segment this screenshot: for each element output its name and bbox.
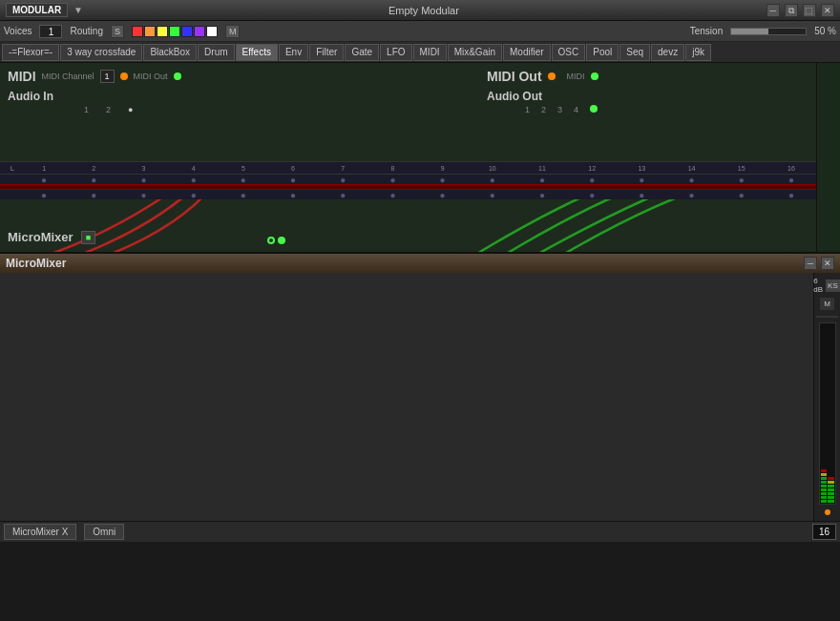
routing-label: Routing bbox=[70, 26, 102, 36]
tab-mixgain[interactable]: Mix&Gain bbox=[448, 44, 502, 61]
dot-bot-5: ● bbox=[219, 190, 268, 200]
midi-out-led bbox=[174, 72, 181, 80]
audio-in-2: 2 bbox=[106, 105, 111, 114]
channel-row: L 1 2 3 4 5 6 7 8 9 10 11 12 13 14 15 16 bbox=[0, 161, 816, 199]
ch-14: 14 bbox=[666, 165, 716, 172]
micromixer-patch-label: MicroMixer ■ bbox=[8, 230, 95, 244]
dot-bot-1: ● bbox=[19, 190, 69, 200]
m-button[interactable]: M bbox=[225, 25, 241, 38]
dot-bot-2: ● bbox=[69, 190, 118, 200]
dot-bot-7: ● bbox=[318, 190, 368, 200]
swatch-purple[interactable] bbox=[194, 26, 205, 37]
ch-15: 15 bbox=[717, 165, 766, 172]
micromixer-green-pill: ■ bbox=[81, 231, 95, 244]
master-clip-led bbox=[825, 509, 830, 515]
swatch-red[interactable] bbox=[132, 26, 143, 37]
swatch-orange[interactable] bbox=[144, 26, 156, 37]
swatch-green[interactable] bbox=[169, 26, 180, 37]
ch-13: 13 bbox=[617, 165, 666, 172]
voices-value: 1 bbox=[39, 25, 62, 38]
midi-out-label: MIDI Out bbox=[134, 72, 168, 81]
vu-seg bbox=[821, 477, 828, 480]
tab-pool[interactable]: Pool bbox=[586, 44, 619, 61]
ch-5: 5 bbox=[219, 165, 268, 172]
midi-right-out: MIDI bbox=[567, 72, 585, 81]
tab-midi[interactable]: MIDI bbox=[413, 44, 447, 61]
window-title: Empty Modular bbox=[388, 5, 459, 16]
tab-j9k[interactable]: j9k bbox=[685, 44, 711, 61]
tab-modifier[interactable]: Modifier bbox=[503, 44, 551, 61]
master-vu bbox=[819, 322, 836, 505]
tab-osc[interactable]: OSC bbox=[552, 44, 586, 61]
patch-side-panel bbox=[816, 63, 840, 252]
master-vu-left bbox=[821, 324, 828, 503]
ch-8: 8 bbox=[368, 165, 417, 172]
midi-right-led bbox=[548, 72, 556, 80]
dot-top-14: ● bbox=[666, 175, 716, 185]
mixer-minimize[interactable]: ─ bbox=[804, 257, 817, 270]
omni-button[interactable]: Omni bbox=[84, 524, 124, 540]
dot-bot-3: ● bbox=[118, 190, 168, 200]
db-label: 6 dB bbox=[813, 277, 823, 294]
tab-blackbox[interactable]: BlackBox bbox=[143, 44, 197, 61]
dot-top-16: ● bbox=[766, 175, 816, 185]
vu-seg bbox=[821, 485, 828, 487]
master-m-button[interactable]: M bbox=[819, 297, 835, 311]
mixer-close[interactable]: ✕ bbox=[821, 257, 834, 270]
audio-out-4: 4 bbox=[574, 105, 578, 114]
tab-seq[interactable]: Seq bbox=[620, 44, 650, 61]
tab-effects[interactable]: Effects bbox=[236, 44, 278, 61]
app-logo: MODULAR bbox=[6, 3, 68, 17]
ch-16: 16 bbox=[766, 165, 816, 172]
micromixer-connections bbox=[267, 237, 285, 244]
dot-bot-15: ● bbox=[717, 190, 766, 200]
dot-top-3: ● bbox=[118, 175, 168, 185]
dot-bot-10: ● bbox=[468, 190, 517, 200]
vu-seg bbox=[821, 469, 828, 472]
tab-gate[interactable]: Gate bbox=[345, 44, 379, 61]
vu-seg bbox=[828, 488, 834, 491]
tab-drum[interactable]: Drum bbox=[198, 44, 234, 61]
vu-seg bbox=[828, 485, 834, 487]
tab-filter[interactable]: Filter bbox=[309, 44, 344, 61]
tab-devz[interactable]: devz bbox=[651, 44, 684, 61]
swatch-yellow[interactable] bbox=[157, 26, 168, 37]
dot-top-5: ● bbox=[219, 175, 268, 185]
mixer-right-panel: 6 dB KS M bbox=[813, 273, 840, 521]
tab-lfo[interactable]: LFO bbox=[380, 44, 411, 61]
maximize-button[interactable]: ⧉ bbox=[785, 4, 798, 17]
routing-s-button[interactable]: S bbox=[111, 25, 124, 38]
restore-button[interactable]: ⬚ bbox=[803, 4, 816, 17]
vu-seg bbox=[821, 488, 828, 491]
tab-crossfade[interactable]: 3 way crossfade bbox=[60, 44, 142, 61]
titlebar-left: MODULAR ▼ bbox=[6, 3, 83, 17]
mixer-window-controls: ─ ✕ bbox=[802, 257, 834, 270]
dot-top-15: ● bbox=[717, 175, 766, 185]
ch-3: 3 bbox=[118, 165, 168, 172]
swatch-blue[interactable] bbox=[181, 26, 193, 37]
midi-section-left: MIDI MIDI Channel 1 MIDI Out Audio In 1 … bbox=[8, 69, 181, 114]
midi-channel-value: 1 bbox=[100, 70, 115, 83]
minimize-button[interactable]: ─ bbox=[766, 4, 780, 17]
ch-2: 2 bbox=[69, 165, 118, 172]
ch-7: 7 bbox=[318, 165, 368, 172]
dot-bot-9: ● bbox=[418, 190, 468, 200]
dot-top-11: ● bbox=[517, 175, 567, 185]
midi-left-title: MIDI bbox=[8, 69, 36, 84]
swatch-white[interactable] bbox=[206, 26, 218, 37]
midi-right-out-led bbox=[591, 72, 598, 80]
close-button[interactable]: ✕ bbox=[821, 4, 834, 17]
dot-top-4: ● bbox=[169, 175, 219, 185]
ks-button[interactable]: KS bbox=[825, 279, 840, 293]
tab-env[interactable]: Env bbox=[279, 44, 308, 61]
dot-top-2: ● bbox=[69, 175, 118, 185]
audio-in-3: ● bbox=[128, 105, 133, 114]
tension-bar[interactable] bbox=[730, 28, 807, 35]
preset-button[interactable]: MicroMixer X bbox=[4, 524, 76, 540]
ch-11: 11 bbox=[517, 165, 567, 172]
tab-flexor[interactable]: -=Flexor=- bbox=[2, 44, 59, 61]
dot-top-9: ● bbox=[418, 175, 468, 185]
midi-right-title: MIDI Out bbox=[487, 69, 542, 84]
dot-bot-6: ● bbox=[268, 190, 318, 200]
module-tabs: -=Flexor=- 3 way crossfade BlackBox Drum… bbox=[0, 42, 840, 63]
